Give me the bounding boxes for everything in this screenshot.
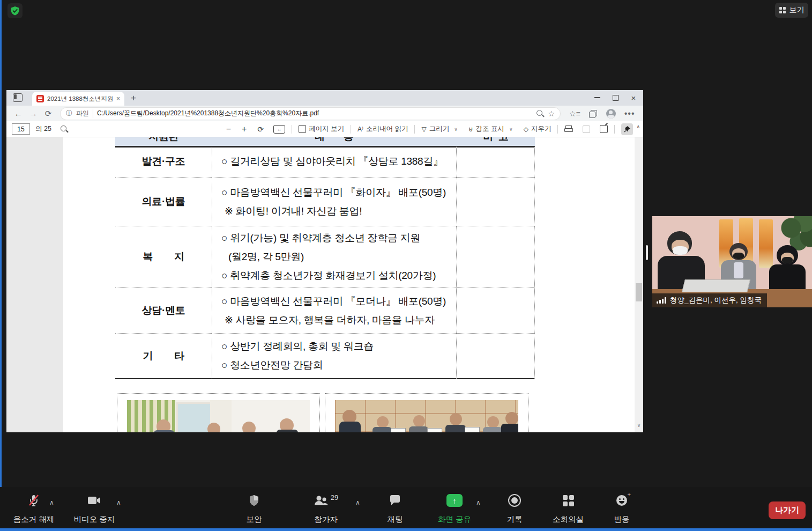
tab-title: 2021년 1388청소년지원단 총회 <box>47 95 113 103</box>
refresh-icon[interactable]: ⟳ <box>41 109 56 119</box>
row-category: 복 지 <box>115 226 212 288</box>
signal-strength-icon <box>657 297 666 304</box>
security-label: 보안 <box>247 515 262 523</box>
page-count-label: 의 25 <box>35 124 51 134</box>
row-remarks <box>457 288 535 334</box>
page-view-button[interactable]: 페이지 보기 <box>299 124 344 134</box>
new-tab-button[interactable]: + <box>131 93 136 104</box>
toolbar-item-participants[interactable]: 29 참가자 <box>298 493 354 523</box>
favorites-bar-icon[interactable]: ☆≡ <box>569 109 580 118</box>
reactions-smiley-icon <box>616 495 627 506</box>
content-line: ○ 길거리상담 및 심야아웃리치 『상담로 1388길』 <box>221 154 456 168</box>
leave-meeting-button[interactable]: 나가기 <box>769 502 806 519</box>
scrollbar-down-arrow-icon[interactable]: ∨ <box>636 423 642 428</box>
read-aloud-button[interactable]: A⁾ 소리내어 읽기 <box>357 124 408 134</box>
toolbar-item-stop-video[interactable]: 비디오 중지 <box>68 493 121 523</box>
row-remarks <box>457 334 535 379</box>
draw-pen-icon: ▽ <box>421 126 426 133</box>
toolbar-item-reactions[interactable]: + 반응 <box>600 493 643 523</box>
pdf-page: 지원단 내 용 비 고 발견·구조 ○ 길거리상담 및 심야아웃리치 『상담로 … <box>63 137 635 432</box>
share-border-bottom <box>0 528 812 531</box>
content-line: ○ 상반기 정례회의, 총회 및 워크숍 <box>221 340 456 353</box>
toolbar-item-breakout-rooms[interactable]: 소회의실 <box>544 493 592 523</box>
toolbar-item-share-screen[interactable]: ↑ 화면 공유 <box>432 493 477 523</box>
window-minimize-button[interactable] <box>588 91 606 105</box>
page-info-icon[interactable]: ⓘ <box>66 109 72 118</box>
print-icon[interactable] <box>564 126 573 133</box>
chevron-down-icon[interactable]: ∨ <box>509 127 513 132</box>
rotate-icon[interactable]: ⟳ <box>257 125 264 134</box>
share-screen-icon: ↑ <box>446 494 463 507</box>
favorite-star-icon[interactable]: ☆ <box>548 109 555 118</box>
collections-icon[interactable] <box>589 110 598 117</box>
share-border-left <box>0 0 2 531</box>
page-view-icon <box>299 125 306 133</box>
fit-to-width-icon[interactable]: ↔ <box>273 125 285 134</box>
read-aloud-icon: A⁾ <box>357 126 363 133</box>
stop-video-label: 비디오 중지 <box>74 515 115 523</box>
security-shield-icon <box>249 493 259 507</box>
zoom-in-icon[interactable]: + <box>242 124 247 134</box>
row-content: ○ 상반기 정례회의, 총회 및 워크숍 ○ 청소년안전망 간담회 <box>212 334 457 379</box>
pdf-scrollbar-thumb[interactable] <box>636 283 642 301</box>
highlight-button[interactable]: ⊌ 강조 표시 ∨ <box>468 124 513 134</box>
row-remarks <box>457 226 535 288</box>
breakout-rooms-icon <box>563 495 574 506</box>
erase-button[interactable]: ◇ 지우기 <box>524 124 552 134</box>
content-line: (월2명, 각 5만원) <box>221 250 456 264</box>
tab-close-icon[interactable]: × <box>116 95 120 102</box>
unmute-label: 음소거 해제 <box>13 515 55 523</box>
view-button[interactable]: 보기 <box>775 3 808 18</box>
share-options-chevron[interactable]: ∧ <box>476 499 481 506</box>
breakout-rooms-label: 소회의실 <box>553 515 584 523</box>
save-icon <box>583 126 590 133</box>
pin-toolbar-button[interactable] <box>621 123 633 135</box>
laptop <box>682 279 750 292</box>
pin-icon <box>624 126 630 132</box>
toolbar-item-record[interactable]: 기록 <box>493 493 536 523</box>
collapse-toolbar-icon[interactable]: ∧ <box>636 124 640 129</box>
browser-menu-icon[interactable]: ••• <box>624 109 635 119</box>
face-mask <box>673 246 688 255</box>
zoom-page-icon[interactable] <box>537 110 544 117</box>
photo-right <box>325 393 528 432</box>
gallery-view-icon <box>779 7 786 13</box>
video-camera-icon <box>87 493 101 507</box>
pdf-search-icon[interactable] <box>60 125 69 134</box>
content-note-line: ※ 화이팅! 이겨내! 자신감 붐업! <box>221 204 456 218</box>
face-mask <box>782 257 793 263</box>
tab-layout-icon[interactable] <box>13 93 23 102</box>
participants-icon <box>314 495 329 506</box>
mic-options-chevron[interactable]: ∧ <box>49 499 54 506</box>
video-options-chevron[interactable]: ∧ <box>116 499 121 506</box>
address-bar[interactable]: ⓘ 파일 C:/Users/꿈드림/Desktop/2021년%201388청소… <box>60 107 561 120</box>
video-panel-resize-handle[interactable] <box>646 245 648 260</box>
pdf-viewport[interactable]: 지원단 내 용 비 고 발견·구조 ○ 길거리상담 및 심야아웃리치 『상담로 … <box>6 137 643 432</box>
address-url: C:/Users/꿈드림/Desktop/2021년%201388청소년지원단%… <box>97 109 533 118</box>
row-category: 의료·법률 <box>115 178 212 226</box>
profile-avatar-icon[interactable] <box>606 109 616 119</box>
back-icon[interactable]: ← <box>11 109 26 118</box>
plus-badge-icon: + <box>628 491 631 498</box>
participant-name-bar: 청양_김은미, 이선우, 임창국 <box>652 293 767 307</box>
chat-label: 채팅 <box>388 515 403 523</box>
participant-name-label: 청양_김은미, 이선우, 임창국 <box>670 296 762 305</box>
save-as-icon[interactable] <box>600 125 608 133</box>
chevron-down-icon[interactable]: ∨ <box>454 127 458 132</box>
toolbar-item-security[interactable]: 보안 <box>233 493 275 523</box>
window-close-button[interactable]: × <box>625 91 642 105</box>
participant-video-tile[interactable]: 청양_김은미, 이선우, 임창국 <box>652 216 812 307</box>
chat-bubble-icon <box>389 493 401 507</box>
toolbar-item-unmute[interactable]: 음소거 해제 <box>8 493 60 523</box>
forward-icon[interactable]: → <box>26 109 41 118</box>
table-header-col1: 지원단 <box>115 137 212 146</box>
page-number-input[interactable] <box>12 123 30 135</box>
content-note-line: ※ 사랑을 모으자, 행복을 더하자, 마음을 나누자 <box>221 313 456 327</box>
window-maximize-button[interactable] <box>607 91 624 105</box>
participants-options-chevron[interactable]: ∧ <box>355 499 360 506</box>
browser-tab[interactable]: 2021년 1388청소년지원단 총회 × <box>32 92 124 106</box>
browser-navbar: ← → ⟳ ⓘ 파일 C:/Users/꿈드림/Desktop/2021년%20… <box>6 106 643 122</box>
zoom-out-icon[interactable]: − <box>226 124 231 134</box>
toolbar-item-chat[interactable]: 채팅 <box>374 493 416 523</box>
draw-button[interactable]: ▽ 그리기 ∨ <box>421 124 457 134</box>
